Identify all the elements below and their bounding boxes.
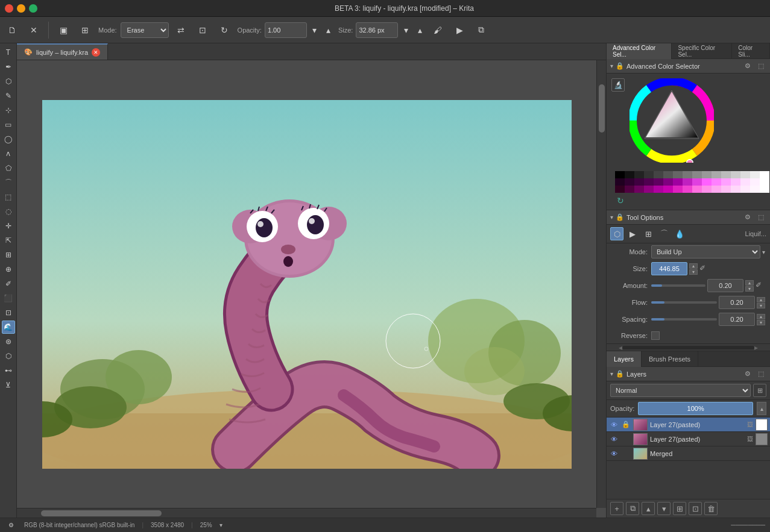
swatch-4[interactable] [654, 171, 663, 178]
contiguous-select-button[interactable]: ⊞ [75, 20, 95, 40]
liquify-mode-button2[interactable]: ▶ [626, 227, 639, 240]
crop-tool[interactable]: ⊞ [2, 248, 15, 261]
flatten-button[interactable]: ⊡ [689, 502, 702, 515]
swatch-5[interactable] [663, 171, 673, 178]
mirror-button[interactable]: ⇄ [171, 20, 191, 40]
swatch-27[interactable] [740, 178, 750, 186]
layers-grid-view[interactable]: ⊞ [753, 384, 766, 397]
tab-brush-presets[interactable]: Brush Presets [642, 351, 698, 367]
spacing-value-input[interactable] [719, 313, 755, 326]
swatch-23[interactable] [702, 178, 712, 186]
flow-up-arrow[interactable]: ▴ [757, 297, 765, 302]
move-tool[interactable]: ⇱ [2, 234, 15, 247]
layer-row[interactable]: 👁 Layer 27(pasted) 🖼 [607, 432, 770, 446]
move-down-button[interactable]: ▾ [657, 502, 671, 515]
status-config-button[interactable]: ⚙ [5, 519, 17, 531]
swatch-31[interactable] [625, 186, 634, 193]
amount-value-input[interactable] [707, 279, 743, 292]
tab-advanced-color[interactable]: Advanced Color Sel... [607, 43, 672, 59]
copy-layer-button[interactable]: ⧉ [626, 502, 639, 515]
layer-visibility-toggle[interactable]: 👁 [609, 420, 619, 430]
swatch-6[interactable] [673, 171, 683, 178]
scroll-right-button[interactable]: ▸ [754, 343, 758, 352]
new-file-button[interactable]: 🗋 [2, 20, 22, 40]
spacing-down-arrow[interactable]: ▾ [757, 320, 765, 325]
swatch-2[interactable] [634, 171, 644, 178]
swatch-26[interactable] [731, 178, 740, 186]
multibrush-tool[interactable]: ⊹ [2, 104, 15, 117]
canvas-wrapper[interactable] [17, 60, 596, 508]
mode-select[interactable]: Erase Build Up Normal [121, 22, 169, 38]
liquify-mode-button1[interactable]: ⬡ [610, 227, 623, 240]
size-down-arrow[interactable]: ▾ [689, 269, 698, 275]
reverse-checkbox[interactable] [651, 331, 660, 340]
swatch-25[interactable] [721, 178, 731, 186]
swatch-38[interactable] [692, 186, 702, 193]
measurement-tool[interactable]: ⊻ [2, 378, 15, 392]
swatch-12[interactable] [731, 171, 740, 178]
brush-preset-button[interactable]: 🖌 [428, 20, 447, 40]
amount-eyedropper[interactable]: ✐ [756, 281, 765, 290]
color-panel-expand[interactable]: ⬚ [756, 61, 766, 72]
swatch-19[interactable] [654, 178, 663, 186]
swatch-10[interactable] [712, 171, 721, 178]
layers-settings[interactable]: ⚙ [742, 369, 753, 380]
layer-lock-toggle[interactable] [621, 434, 631, 444]
layer-lock-toggle[interactable]: 🔒 [621, 420, 631, 430]
wrap-button[interactable]: ⊡ [193, 20, 212, 40]
freehand-tool[interactable]: ✎ [2, 89, 15, 102]
layer-row[interactable]: 👁 🔒 Layer 27(pasted) 🖼 [607, 418, 770, 432]
v-scroll-thumb[interactable] [599, 84, 605, 133]
size-input[interactable] [356, 22, 398, 38]
swatch-20[interactable] [673, 178, 683, 186]
layer-lock-toggle[interactable] [621, 449, 631, 458]
tool-options-scrollbar[interactable]: ◂ ▸ [607, 343, 770, 351]
swatch-black[interactable] [615, 171, 625, 178]
merge-layer-button[interactable]: ⊞ [673, 502, 686, 515]
h-scroll-thumb[interactable] [41, 510, 162, 516]
rectangle-tool[interactable]: ▭ [2, 118, 15, 131]
swatch-41[interactable] [721, 186, 731, 193]
swatch-8[interactable] [692, 171, 702, 178]
amount-slider-track[interactable] [651, 284, 705, 287]
swatch-24[interactable] [712, 178, 721, 186]
flow-slider-track[interactable] [651, 301, 717, 304]
canvas-image[interactable] [42, 100, 572, 469]
swatch-15[interactable] [615, 178, 625, 186]
calligraphy-tool[interactable]: ✒ [2, 60, 15, 74]
delete-layer-button[interactable]: 🗑 [704, 502, 718, 515]
tab-close-button[interactable]: ✕ [92, 48, 100, 57]
size-down[interactable]: ▾ [400, 20, 412, 40]
swatch-13[interactable] [740, 171, 750, 178]
layer-visibility-toggle[interactable]: 👁 [609, 449, 619, 458]
swatch-21[interactable] [683, 178, 692, 186]
enclose-fill-tool[interactable]: ⊛ [2, 335, 15, 348]
close-button[interactable] [5, 4, 13, 13]
select-ellipse-tool[interactable]: ◌ [2, 205, 15, 218]
zoom-dropdown-arrow[interactable]: ▾ [219, 522, 222, 528]
select-tool-button[interactable]: ▣ [54, 20, 73, 40]
flow-down-arrow[interactable]: ▾ [757, 303, 765, 308]
ellipse-tool[interactable]: ◯ [2, 133, 15, 146]
flow-value-input[interactable] [719, 296, 755, 309]
zoom-slider-area[interactable]: ──────── [731, 522, 765, 528]
liquify-mode-button3[interactable]: ⊞ [642, 227, 655, 240]
transform-tool[interactable]: ✛ [2, 219, 15, 233]
swatch-33[interactable] [644, 186, 654, 193]
add-layer-button[interactable]: + [610, 502, 623, 515]
swatch-7[interactable] [683, 171, 692, 178]
swatch-30[interactable] [615, 186, 625, 193]
layer-row[interactable]: 👁 Merged [607, 446, 770, 461]
swatch-39[interactable] [702, 186, 712, 193]
swatch-white[interactable] [760, 171, 769, 178]
swatch-43[interactable] [740, 186, 750, 193]
size-eyedropper[interactable]: ✐ [699, 264, 709, 274]
swatch-29[interactable] [760, 178, 769, 186]
maximize-button[interactable] [29, 4, 37, 13]
layers-expand[interactable]: ⬚ [756, 369, 766, 380]
amount-down-arrow[interactable]: ▾ [745, 286, 754, 292]
window-controls[interactable] [5, 4, 37, 13]
liquify-mode-button4[interactable]: ⌒ [657, 227, 671, 240]
swatch-16[interactable] [625, 178, 634, 186]
swatch-22[interactable] [692, 178, 702, 186]
